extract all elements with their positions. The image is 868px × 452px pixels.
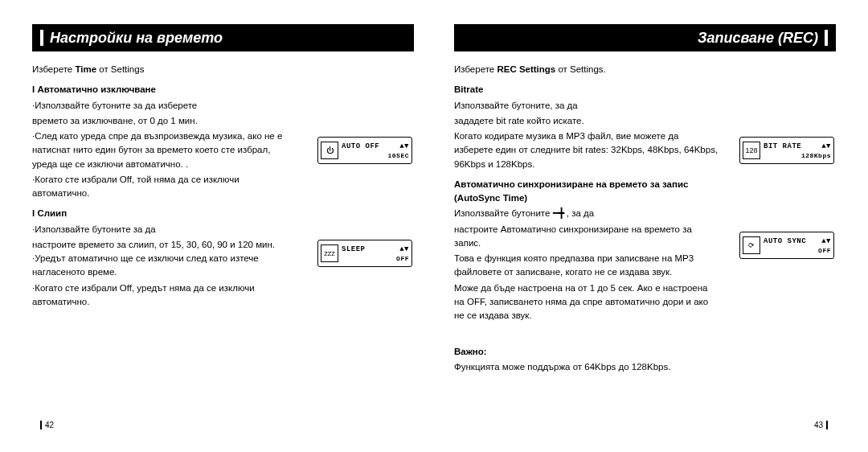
left-intro-post: от Settings <box>96 64 144 74</box>
right-sectionB-label: Автоматично синхронизиране на времето за… <box>454 178 719 206</box>
left-intro-pre: Изберете <box>32 64 75 74</box>
power-icon: ⏻ <box>321 142 338 159</box>
lcd-auto-off: ⏻ AUTO OFF▲▼ 10SEC <box>317 137 412 164</box>
lcd-bitrate: 128 BIT RATE▲▼ 128Kbps <box>739 137 834 164</box>
lcd-auto-off-label: AUTO OFF <box>342 142 379 150</box>
updown-icon: ▲▼ <box>821 142 831 150</box>
page-left: Настройки на времето Изберете Time от Se… <box>32 24 414 436</box>
right-sectionC-label: Важно: <box>454 345 719 359</box>
lcd-bitrate-value: 128Kbps <box>764 152 831 159</box>
left-sectionB-p1: ·Използвайте бутоните за да <box>32 223 297 236</box>
right-sectionA-label: Bitrate <box>454 83 719 97</box>
right-intro-pre: Изберете <box>454 64 497 74</box>
right-sectionC-p1: Функцията може поддържа от 64Kbps до 128… <box>454 360 760 374</box>
left-sectionB-p2: настроите времето за слиип, от 15, 30, 6… <box>32 238 297 280</box>
right-sectionB-p3: Това е функция която предпазва при запис… <box>454 252 719 280</box>
left-intro-bold: Time <box>75 64 96 74</box>
bitrate-icon: 128 <box>743 142 760 159</box>
left-sectionA-label: I Автоматично изключване <box>32 83 297 97</box>
updown-icon: ▲▼ <box>821 237 831 245</box>
page-title-left: Настройки на времето <box>50 30 223 47</box>
right-sectionB-p1: Използвайте бутоните ━╋ , за да <box>454 207 719 220</box>
page-number-left: 42 <box>40 421 54 429</box>
header-bar-left: Настройки на времето <box>32 24 414 51</box>
lcd-auto-off-value: 10SEC <box>342 152 409 159</box>
right-intro-bold: REC Settings <box>497 64 555 74</box>
page-right: Записване (REC) Изберете REC Settings от… <box>454 24 836 436</box>
lcd-autosync-label: AUTO SYNC <box>764 237 806 245</box>
page-title-right: Записване (REC) <box>698 30 818 47</box>
lcd-sleep-label: SLEEP <box>342 245 366 253</box>
right-sectionA-p1: Използвайте бутоните, за да <box>454 99 719 113</box>
lcd-bitrate-label: BIT RATE <box>764 142 801 150</box>
right-sectionB-p2: настроите Автоматично синхронизиране на … <box>454 223 719 251</box>
lcd-sleep-value: OFF <box>342 255 409 262</box>
header-bar-right: Записване (REC) <box>454 24 836 51</box>
page-number-right: 43 <box>814 421 828 429</box>
document-spread: Настройки на времето Изберете Time от Se… <box>0 0 868 452</box>
lcd-autosync-value: OFF <box>764 247 831 254</box>
left-sectionA-p4: ·Когато сте избрали Off, той няма да се … <box>32 173 297 201</box>
lcd-sleep: zzz SLEEP▲▼ OFF <box>317 240 412 267</box>
right-sectionA-p3: Когато кодирате музика в МР3 файл, вие м… <box>454 129 719 171</box>
left-body: Изберете Time от Settings I Автоматично … <box>32 63 297 309</box>
updown-icon: ▲▼ <box>399 142 409 150</box>
left-sectionA-p3: ·След като уреда спре да възпроизвежда м… <box>32 129 297 171</box>
right-sectionB-p4: Може да бъде настроена на от 1 до 5 сек.… <box>454 281 719 323</box>
left-sectionB-label: I Слиип <box>32 207 297 220</box>
right-sectionA-p2: зададете bit rate който искате. <box>454 114 719 128</box>
right-intro-post: от Settings. <box>555 64 606 74</box>
right-body: Изберете REC Settings от Settings. Bitra… <box>454 63 719 374</box>
lcd-autosync: ⟳ AUTO SYNC▲▼ OFF <box>739 232 834 259</box>
left-sectionA-p1: ·Използвайте бутоните за да изберете <box>32 99 297 113</box>
sync-icon: ⟳ <box>743 236 760 254</box>
left-sectionA-p2: времето за изключване, от 0 до 1 мин. <box>32 114 297 128</box>
sleep-icon: zzz <box>321 244 338 262</box>
left-sectionB-p3: ·Когато сте избрали Off, уредът няма да … <box>32 281 297 310</box>
updown-icon: ▲▼ <box>399 245 409 253</box>
